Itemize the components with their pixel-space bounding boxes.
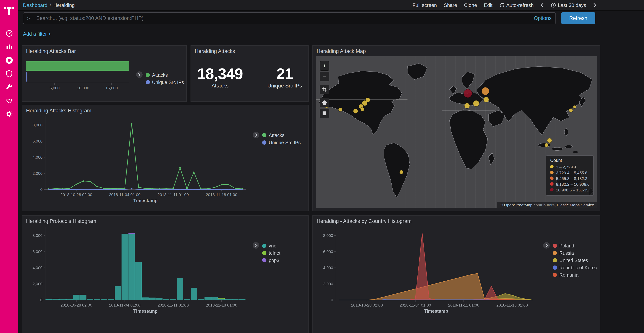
map-controls: + −	[320, 61, 329, 119]
map-zoom-in-button[interactable]: +	[320, 61, 329, 71]
openstreetmap-link[interactable]: OpenStreetMap	[504, 203, 532, 207]
legend-item[interactable]: Russia	[553, 249, 598, 257]
legend-color-dot	[146, 80, 150, 84]
metric-value: 21	[268, 65, 302, 83]
sidebar-item-dashboard-active[interactable]	[0, 55, 18, 66]
legend-color-dot	[262, 133, 266, 137]
svg-text:2018-10-28 02:00: 2018-10-28 02:00	[60, 192, 92, 197]
speedometer-icon	[5, 30, 13, 37]
legend-toggle-icon[interactable]	[543, 242, 550, 249]
attacks-histogram-chart[interactable]: 02,0004,0006,0008,0002018-10-28 02:00201…	[25, 115, 250, 210]
legend-toggle-icon[interactable]	[252, 132, 259, 138]
svg-text:2,000: 2,000	[323, 282, 333, 286]
legend-color-dot	[262, 140, 266, 145]
svg-text:4,000: 4,000	[32, 265, 42, 270]
edit-button[interactable]: Edit	[484, 2, 492, 8]
telekom-logo[interactable]	[0, 0, 18, 22]
panel-protocols-histogram: Heralding Protocols Histogram 02,0004,00…	[22, 215, 308, 333]
search-input[interactable]	[36, 15, 530, 21]
refresh-button[interactable]: Refresh	[561, 12, 595, 24]
map-draw-polygon-button[interactable]	[320, 98, 329, 107]
svg-text:2018-11-04 01:00: 2018-11-04 01:00	[400, 303, 431, 307]
breadcrumb-dashboard[interactable]: Dashboard	[23, 2, 47, 8]
legend-toggle-icon[interactable]	[136, 71, 142, 78]
svg-text:2,000: 2,000	[32, 171, 42, 176]
sidebar-item-health[interactable]	[0, 95, 18, 106]
breadcrumb-current: Heralding	[53, 2, 74, 8]
map-attribution: © OpenStreetMap contributors, Elastic Ma…	[497, 202, 597, 208]
clone-button[interactable]: Clone	[464, 2, 477, 8]
panel-title: Heralding Attacks Bar	[22, 46, 186, 55]
query-bar: >_ Options Refresh	[23, 12, 595, 24]
metric-value: 18,349	[197, 65, 243, 83]
map-fit-bounds-button[interactable]	[320, 85, 329, 94]
legend-toggle-icon[interactable]	[252, 242, 259, 249]
svg-text:2018-11-18 01:00: 2018-11-18 01:00	[206, 303, 237, 307]
map-legend-row: 2,729.4 – 5,455.8	[550, 170, 590, 175]
legend-item[interactable]: Poland	[553, 242, 598, 249]
legend-item[interactable]: Attacks	[262, 132, 301, 139]
time-prev-button[interactable]	[541, 3, 544, 8]
attack-map[interactable]: + − Count 3 – 2,729.42,729.4 – 5,455.85,…	[316, 56, 597, 208]
legend-color-dot	[553, 251, 557, 255]
sidebar-item-security[interactable]	[0, 68, 18, 79]
legend-label: Unique Src IPs	[269, 140, 301, 145]
legend-color-dot	[262, 251, 266, 255]
map-zoom-out-button[interactable]: −	[320, 72, 329, 81]
map-draw-rectangle-button[interactable]	[320, 109, 329, 118]
country-histogram-chart[interactable]: 02,0004,0006,0008,0002018-10-28 02:00201…	[316, 225, 540, 333]
terminal-prompt-icon: >_	[27, 16, 33, 21]
protocols-histogram-chart[interactable]: 02,0004,0006,0008,0002018-10-28 02:00201…	[25, 225, 250, 333]
time-range-picker[interactable]: Last 30 days	[551, 2, 586, 8]
legend-item[interactable]: Romania	[553, 271, 598, 278]
map-legend-row: 10,908.6 – 13,635	[550, 187, 590, 193]
elastic-maps-service-link[interactable]: Elastic Maps Service	[557, 203, 594, 207]
legend-label: Poland	[559, 243, 574, 248]
clock-icon	[551, 3, 556, 8]
sidebar-item-overview[interactable]	[0, 28, 18, 39]
full-screen-button[interactable]: Full screen	[412, 2, 437, 8]
auto-refresh-button[interactable]: Auto-refresh	[499, 2, 534, 8]
map-legend-dot	[550, 171, 554, 174]
legend-label: Romania	[559, 272, 578, 277]
add-filter-link[interactable]: Add a filter +	[23, 31, 51, 37]
shield-icon	[5, 70, 13, 78]
legend-item[interactable]: Unique Src IPs	[146, 79, 184, 86]
crop-icon	[322, 87, 327, 93]
share-button[interactable]: Share	[444, 2, 457, 8]
attacks-bar-chart[interactable]: 5,00010,00015,000	[25, 58, 129, 95]
map-legend-dot	[550, 176, 554, 180]
svg-text:8,000: 8,000	[323, 233, 333, 238]
svg-text:Timestamp: Timestamp	[424, 308, 448, 314]
sidebar-item-settings[interactable]	[0, 108, 18, 120]
legend: AttacksUnique Src IPs	[252, 132, 301, 210]
query-options-link[interactable]: Options	[534, 15, 552, 21]
svg-text:6,000: 6,000	[32, 139, 42, 143]
time-next-button[interactable]	[593, 3, 596, 8]
metric-attacks: 18,349 Attacks	[197, 65, 243, 89]
legend-item[interactable]: United States	[553, 257, 598, 264]
legend-label: telnet	[269, 250, 280, 256]
gear-icon	[5, 110, 13, 118]
polygon-icon	[322, 100, 327, 106]
sidebar-item-tools[interactable]	[0, 81, 18, 93]
svg-text:0: 0	[40, 187, 42, 192]
svg-text:2018-10-28 02:00: 2018-10-28 02:00	[60, 303, 92, 307]
legend-item[interactable]: pop3	[262, 257, 280, 264]
donut-icon	[5, 56, 14, 65]
legend-item[interactable]: vnc	[262, 242, 280, 249]
svg-text:2018-11-11 01:00: 2018-11-11 01:00	[448, 303, 479, 307]
map-legend-dot	[550, 188, 554, 191]
svg-text:2018-11-11 01:00: 2018-11-11 01:00	[158, 303, 189, 307]
svg-text:0: 0	[40, 298, 42, 302]
legend-item[interactable]: Attacks	[146, 71, 184, 79]
svg-text:Timestamp: Timestamp	[134, 198, 158, 203]
legend-label: Republic of Korea	[559, 265, 598, 270]
legend-item[interactable]: Unique Src IPs	[262, 139, 301, 146]
sidebar-item-visualize[interactable]	[0, 41, 18, 53]
legend-item[interactable]: telnet	[262, 249, 280, 257]
svg-text:2018-11-04 01:00: 2018-11-04 01:00	[109, 192, 140, 197]
panel-attacks-metric: Heralding Attacks 18,349 Attacks 21 Uniq…	[190, 45, 308, 102]
legend-color-dot	[146, 73, 150, 77]
legend-item[interactable]: Republic of Korea	[553, 264, 598, 271]
